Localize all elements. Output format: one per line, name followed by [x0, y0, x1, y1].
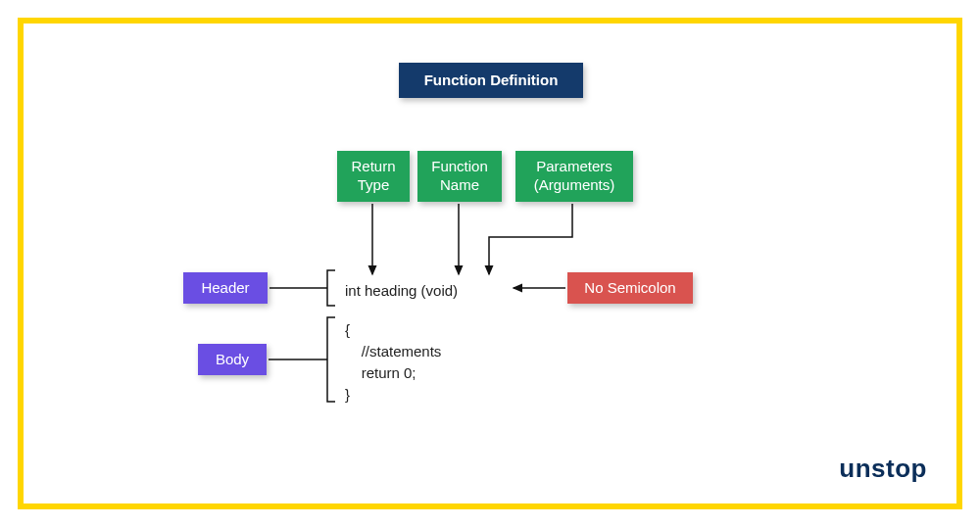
diagram-frame: Function Definition Return Type Function…: [18, 18, 962, 509]
function-name-label: Function Name: [417, 151, 502, 202]
diagram-canvas: Function Definition Return Type Function…: [24, 24, 956, 503]
return-type-label: Return Type: [337, 151, 410, 202]
parameters-label: Parameters (Arguments): [515, 151, 633, 202]
unstop-logo: unstop: [839, 454, 927, 484]
code-body-line3: return 0;: [345, 362, 416, 385]
body-text: Body: [216, 351, 249, 369]
return-type-text: Return Type: [351, 158, 395, 195]
no-semicolon-label: No Semicolon: [567, 272, 693, 304]
title-text: Function Definition: [424, 72, 559, 90]
body-label: Body: [198, 344, 267, 375]
title-box: Function Definition: [399, 63, 583, 98]
no-semicolon-text: No Semicolon: [584, 279, 675, 298]
code-body-line4: }: [345, 384, 350, 407]
logo-text: unstop: [839, 454, 927, 483]
code-signature: int heading (void): [345, 280, 458, 303]
header-label: Header: [183, 272, 268, 304]
header-text: Header: [201, 279, 249, 298]
code-body-line2: //statements: [345, 341, 441, 363]
code-body-line1: {: [345, 319, 350, 342]
parameters-text: Parameters (Arguments): [534, 158, 615, 195]
function-name-text: Function Name: [431, 158, 488, 195]
